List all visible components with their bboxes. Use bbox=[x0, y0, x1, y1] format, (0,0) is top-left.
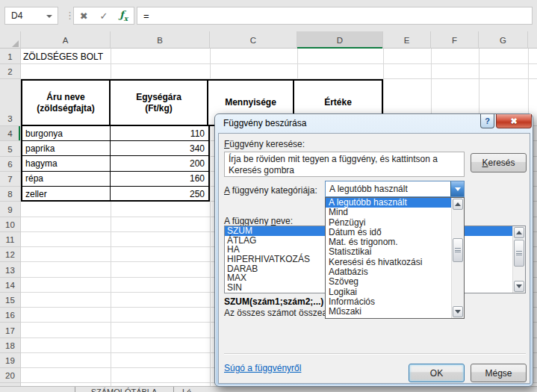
row-header[interactable]: 14 bbox=[0, 278, 20, 293]
unit-price-cell[interactable]: 110 bbox=[111, 126, 208, 140]
row-header[interactable]: 17 bbox=[0, 323, 20, 337]
table-data: burgonya 110 paprika 340 hagyma 200 répa… bbox=[21, 126, 210, 202]
function-search-input[interactable]: Írja be röviden mit tegyen a függvény, é… bbox=[224, 152, 465, 177]
unit-price-cell[interactable]: 250 bbox=[111, 187, 208, 202]
category-option[interactable]: A legutóbb használt bbox=[326, 198, 451, 208]
column-header-d-selected[interactable]: D bbox=[297, 31, 383, 49]
function-help-link[interactable]: Súgó a függvényről bbox=[224, 363, 301, 373]
row-header[interactable]: 4 bbox=[0, 126, 20, 141]
unit-price-cell[interactable]: 160 bbox=[111, 172, 208, 186]
search-label: Függvény keresése: bbox=[224, 139, 305, 149]
name-box[interactable]: D4 bbox=[4, 7, 58, 25]
row-header[interactable]: 20 bbox=[0, 368, 20, 383]
function-signature: SZUM(szám1;szám2;...) bbox=[224, 296, 323, 307]
category-combobox[interactable]: A legutóbb használt bbox=[325, 181, 465, 197]
name-box-dropdown-icon[interactable] bbox=[46, 15, 52, 18]
formula-text: = bbox=[143, 10, 149, 22]
cell-a3[interactable]: Áru neve (zöldségfajta) bbox=[22, 81, 111, 125]
unit-price-cell[interactable]: 200 bbox=[111, 156, 208, 170]
product-name-cell[interactable]: hagyma bbox=[22, 156, 111, 170]
product-name-cell[interactable]: paprika bbox=[22, 141, 111, 155]
row-header[interactable]: 1 bbox=[0, 49, 20, 64]
category-option[interactable]: Mat. és trigonom. bbox=[326, 237, 451, 247]
search-button[interactable]: Keresés bbox=[471, 153, 527, 172]
row-header[interactable]: 19 bbox=[0, 353, 20, 368]
column-header-c[interactable]: C bbox=[210, 31, 297, 49]
cancel-button[interactable]: Mégse bbox=[471, 364, 527, 382]
function-list-scrollbar[interactable] bbox=[512, 226, 525, 293]
scrollbar-thumb[interactable] bbox=[514, 240, 524, 267]
insert-function-dialog: Függvény beszúrása ? ✖ Függvény keresése… bbox=[214, 113, 533, 387]
category-option[interactable]: Keresési és hivatkozási bbox=[326, 258, 451, 267]
column-header-g[interactable]: G bbox=[479, 31, 528, 49]
row-header[interactable]: 9 bbox=[0, 202, 20, 217]
row-header[interactable]: 2 bbox=[0, 64, 20, 79]
column-header-e[interactable]: E bbox=[383, 31, 431, 49]
row-header[interactable]: 7 bbox=[0, 172, 20, 187]
row-header[interactable]: 16 bbox=[0, 308, 20, 323]
dropdown-scrollbar[interactable] bbox=[451, 198, 464, 318]
combo-dropdown-button[interactable] bbox=[450, 181, 464, 196]
sheet-tab-partial[interactable]: Ló bbox=[182, 388, 191, 392]
row-header[interactable]: 13 bbox=[0, 262, 20, 277]
sheet-tab-active[interactable]: SZÁMOLÓTÁBLA bbox=[75, 388, 173, 392]
scroll-up-icon[interactable] bbox=[514, 227, 524, 238]
cell-a1[interactable]: ZÖLDSÉGES BOLT bbox=[23, 52, 103, 62]
scroll-up-icon[interactable] bbox=[453, 199, 463, 210]
category-option[interactable]: Statisztikai bbox=[326, 247, 451, 257]
category-options: A legutóbb használtMindPénzügyiDátum és … bbox=[326, 198, 451, 317]
help-button[interactable]: ? bbox=[480, 114, 494, 128]
category-option[interactable]: Dátum és idő bbox=[326, 228, 451, 237]
unit-price-cell[interactable]: 340 bbox=[111, 141, 208, 155]
column-header-b[interactable]: B bbox=[111, 31, 210, 49]
category-value: A legutóbb használt bbox=[329, 184, 408, 194]
select-all-button[interactable] bbox=[0, 31, 21, 49]
column-header-f[interactable]: F bbox=[431, 31, 479, 49]
row-header[interactable]: 10 bbox=[0, 217, 20, 232]
tab-separator bbox=[173, 387, 174, 392]
table-row: burgonya 110 bbox=[22, 126, 208, 141]
row-header[interactable]: 5 bbox=[0, 141, 20, 156]
grid-row-line bbox=[21, 64, 537, 79]
category-label: A függvény kategóriája: bbox=[224, 185, 317, 196]
category-option[interactable]: Pénzügyi bbox=[326, 218, 451, 228]
chevron-down-icon bbox=[455, 187, 461, 191]
table-row: hagyma 200 bbox=[22, 156, 208, 171]
category-option[interactable]: Információs bbox=[326, 297, 451, 307]
row-header[interactable]: 15 bbox=[0, 293, 20, 308]
cancel-icon[interactable]: ✖ bbox=[80, 10, 88, 22]
formula-buttons: ✖ ✓ ƒx bbox=[73, 7, 134, 25]
column-header-partial bbox=[528, 31, 537, 49]
category-option[interactable]: Mind bbox=[326, 208, 451, 217]
close-button[interactable]: ✖ bbox=[496, 114, 532, 128]
function-description: Az összes számot összea bbox=[224, 308, 327, 318]
divider bbox=[224, 353, 526, 355]
cell-b3[interactable]: Egységára (Ft/kg) bbox=[111, 81, 208, 125]
row-header[interactable]: 11 bbox=[0, 232, 20, 247]
row-header[interactable]: 6 bbox=[0, 157, 20, 172]
scrollbar-thumb[interactable] bbox=[453, 238, 463, 262]
category-dropdown-list: A legutóbb használtMindPénzügyiDátum és … bbox=[325, 197, 465, 319]
excel-window: D4 ⋮ ✖ ✓ ƒx = A B C D E F G 123456789101… bbox=[0, 0, 537, 392]
ok-button[interactable]: OK bbox=[409, 364, 465, 382]
table-row: répa 160 bbox=[22, 172, 208, 187]
separator-grip-icon: ⋮ bbox=[65, 10, 73, 21]
category-option[interactable]: Szöveg bbox=[326, 277, 451, 287]
insert-function-icon[interactable]: ƒx bbox=[119, 9, 128, 22]
row-header[interactable]: 8 bbox=[0, 187, 20, 202]
scroll-down-icon[interactable] bbox=[453, 306, 463, 317]
column-header-a[interactable]: A bbox=[21, 31, 111, 49]
category-option[interactable]: Adatbázis bbox=[326, 267, 451, 277]
scroll-down-icon[interactable] bbox=[514, 281, 524, 292]
product-name-cell[interactable]: zeller bbox=[22, 187, 111, 202]
select-all-icon bbox=[12, 40, 19, 47]
product-name-cell[interactable]: burgonya bbox=[22, 126, 111, 140]
row-header[interactable]: 3 bbox=[0, 79, 20, 126]
enter-icon[interactable]: ✓ bbox=[100, 10, 108, 22]
row-header[interactable]: 18 bbox=[0, 338, 20, 353]
product-name-cell[interactable]: répa bbox=[22, 172, 111, 186]
formula-input[interactable]: = bbox=[137, 7, 533, 25]
category-option[interactable]: Műszaki bbox=[326, 307, 451, 317]
category-option[interactable]: Logikai bbox=[326, 287, 451, 297]
row-header[interactable]: 12 bbox=[0, 247, 20, 262]
